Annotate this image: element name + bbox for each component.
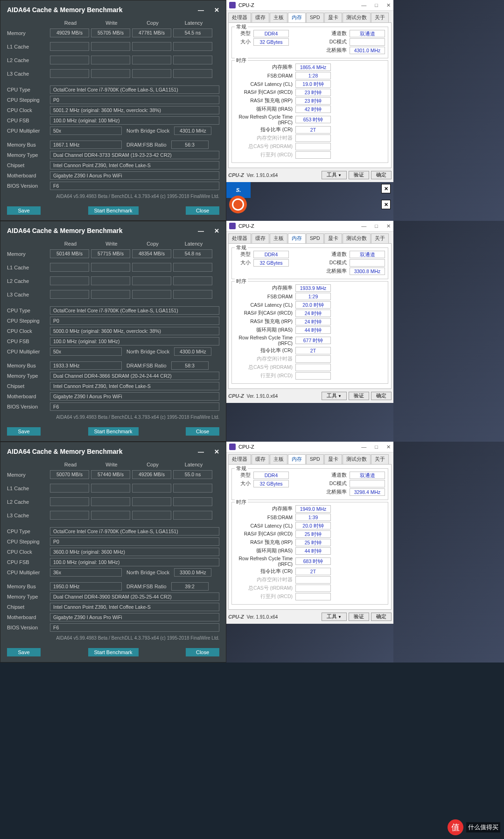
l1-row: L1 Cache (7, 263, 219, 272)
cpuz-titlebar[interactable]: CPU-Z — □ ✕ (226, 442, 393, 452)
cpuz-tab[interactable]: 测试分数 (343, 13, 371, 22)
tools-button[interactable]: 工具▼ (322, 171, 347, 179)
memtype: Dual Channel DDR4-3866 SDRAM (20-24-24-4… (50, 372, 219, 380)
cpuz-tab[interactable]: 显卡 (324, 454, 342, 464)
cpuz-tab[interactable]: 缓存 (252, 233, 269, 243)
minimize-icon[interactable]: — (361, 223, 366, 229)
cpuz-logo: CPU-Z (228, 393, 244, 399)
minimize-icon[interactable]: — (361, 444, 366, 450)
close-ad-icon[interactable]: ✕ (381, 184, 391, 193)
cpuz-tab[interactable]: 处理器 (228, 454, 251, 464)
ok-button[interactable]: 确定 (371, 171, 392, 179)
cputype: OctalCore Intel Core i7-9700K (Coffee La… (50, 527, 219, 536)
close-icon[interactable]: ✕ (386, 2, 391, 8)
maximize-icon[interactable]: □ (375, 444, 378, 450)
cpuz-tab[interactable]: 关于 (371, 233, 389, 243)
ubuntu-icon (229, 196, 247, 213)
cpuz-app-icon (229, 223, 236, 229)
cpuz-tab[interactable]: 主板 (270, 454, 287, 464)
minimize-icon[interactable]: — (361, 2, 366, 8)
cpuz-titlebar[interactable]: CPU-Z — □ ✕ (226, 221, 393, 232)
trcd: 25 时钟 (295, 530, 331, 538)
cpuz-title: CPU-Z (238, 444, 254, 450)
cpuz-tab[interactable]: 主板 (270, 233, 287, 243)
aida-titlebar[interactable]: AIDA64 Cache & Memory Benchmark — ✕ (0, 221, 226, 238)
start-benchmark-button[interactable]: Start Benchmark (88, 648, 139, 656)
minimize-icon[interactable]: — (198, 7, 204, 14)
cpuz-tab[interactable]: 缓存 (252, 454, 269, 464)
cpustep: P0 (50, 317, 219, 325)
aida-titlebar[interactable]: AIDA64 Cache & Memory Benchmark — ✕ (0, 442, 226, 459)
tools-button[interactable]: 工具▼ (322, 392, 347, 400)
aida-title-text: AIDA64 Cache & Memory Benchmark (7, 448, 122, 455)
cpuz-tab[interactable]: 处理器 (228, 13, 251, 22)
minimize-icon[interactable]: — (198, 227, 204, 234)
maximize-icon[interactable]: □ (375, 223, 378, 229)
memtype: Dual Channel DDR4-3733 SDRAM (19-23-23-4… (50, 151, 219, 159)
l2-row: L2 Cache (7, 56, 219, 64)
close-button[interactable]: Close (186, 427, 219, 436)
mobo: Gigabyte Z390 I Aorus Pro WiFi (50, 171, 219, 180)
mem-write: 55705 MB/s (91, 28, 130, 37)
cpuz-tab[interactable]: 内存 (288, 13, 306, 22)
nbfreq: 3300.8 MHz (350, 268, 385, 275)
cpuz-tab[interactable]: 处理器 (228, 233, 251, 243)
tools-button[interactable]: 工具▼ (322, 613, 347, 621)
save-button[interactable]: Save (7, 206, 41, 215)
trp: 25 时钟 (295, 539, 331, 546)
mem-latency: 54.5 ns (173, 28, 212, 37)
close-icon[interactable]: ✕ (214, 227, 219, 234)
close-button[interactable]: Close (186, 648, 219, 656)
cpuz-general: 常规 类型DDR4 大小32 GBytes 通道数双通道 DC模式 北桥频率33… (231, 247, 388, 279)
close-icon[interactable]: ✕ (214, 7, 219, 14)
cpuz-tab[interactable]: 内存 (288, 233, 306, 243)
cpuz-timings: 时序 内存频率1949.0 MHz FSB:DRAM1:39 CAS# Late… (231, 502, 388, 605)
tras: 44 时钟 (295, 326, 331, 334)
ok-button[interactable]: 确定 (371, 613, 392, 621)
cpuz-tab[interactable]: 显卡 (324, 13, 342, 22)
cpuz-general: 常规 类型DDR4 大小32 GBytes 通道数双通道 DC模式 北桥频率43… (231, 27, 388, 58)
cpuz-tab[interactable]: 主板 (270, 13, 287, 22)
validate-button[interactable]: 验证 (349, 613, 369, 621)
cr: 2T (295, 126, 331, 134)
tras: 42 时钟 (295, 106, 331, 113)
cpuz-tab[interactable]: 内存 (288, 454, 306, 464)
cpuz-tab[interactable]: SPD (306, 233, 324, 243)
start-benchmark-button[interactable]: Start Benchmark (88, 427, 139, 436)
cpuz-tab[interactable]: 测试分数 (343, 233, 371, 243)
save-button[interactable]: Save (7, 648, 41, 656)
cpuz-tab[interactable]: SPD (306, 13, 324, 22)
cpuz-titlebar[interactable]: CPU-Z — □ ✕ (226, 0, 393, 11)
channels: 双通道 (350, 30, 385, 37)
ok-button[interactable]: 确定 (371, 392, 392, 400)
cpuclk: 5000.0 MHz (original: 3600 MHz, overcloc… (50, 327, 219, 335)
l1-row: L1 Cache (7, 484, 219, 493)
aida-titlebar[interactable]: AIDA64 Cache & Memory Benchmark — ✕ (0, 0, 226, 17)
close-icon[interactable]: ✕ (386, 223, 391, 229)
validate-button[interactable]: 验证 (349, 392, 369, 400)
save-button[interactable]: Save (7, 427, 41, 436)
start-benchmark-button[interactable]: Start Benchmark (88, 206, 139, 215)
cpuz-tab[interactable]: SPD (306, 454, 324, 464)
aida-title-text: AIDA64 Cache & Memory Benchmark (7, 227, 122, 234)
cpuz-timings: 时序 内存频率1933.9 MHz FSB:DRAM1:29 CAS# Late… (231, 281, 388, 384)
cpuz-tab[interactable]: 显卡 (324, 233, 342, 243)
cpuz-tab[interactable]: 关于 (371, 454, 389, 464)
close-icon[interactable]: ✕ (386, 444, 391, 450)
cpuz-tab[interactable]: 缓存 (252, 13, 269, 22)
cpuz-version: Ver. 1.91.0.x64 (247, 614, 278, 620)
close-button[interactable]: Close (186, 206, 219, 215)
chipset: Intel Cannon Point Z390, Intel Coffee La… (50, 603, 219, 611)
cl: 20.0 时钟 (295, 301, 331, 309)
cpuz-version: Ver. 1.91.0.x64 (247, 394, 278, 399)
mem-write: 57715 MB/s (91, 249, 130, 258)
maximize-icon[interactable]: □ (375, 2, 378, 8)
validate-button[interactable]: 验证 (349, 171, 369, 179)
close-ad-icon[interactable]: ✕ (381, 200, 391, 209)
mem-read: 50148 MB/s (50, 249, 89, 258)
fsbdram: 1:39 (295, 514, 331, 521)
minimize-icon[interactable]: — (198, 448, 204, 455)
cpuz-tab[interactable]: 关于 (371, 13, 389, 22)
close-icon[interactable]: ✕ (214, 448, 219, 455)
cpuz-tab[interactable]: 测试分数 (343, 454, 371, 464)
